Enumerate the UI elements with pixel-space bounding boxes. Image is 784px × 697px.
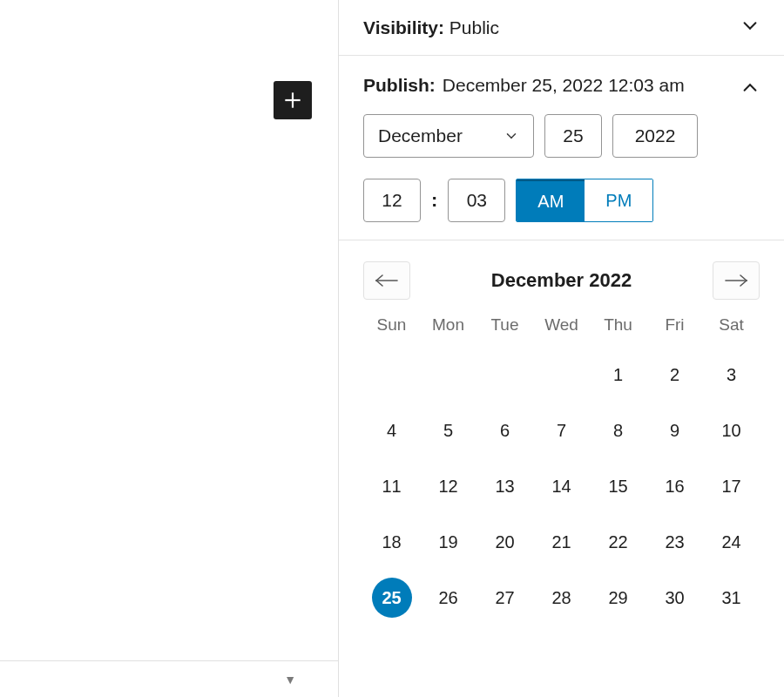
calendar-day[interactable]: 25 xyxy=(363,577,420,619)
calendar-day[interactable]: 9 xyxy=(646,409,703,451)
ampm-toggle: AM PM xyxy=(516,179,653,222)
svg-line-2 xyxy=(745,23,750,28)
publish-label: Publish: xyxy=(363,75,436,96)
visibility-value: Public xyxy=(449,17,499,37)
am-button[interactable]: AM xyxy=(517,179,585,221)
arrow-left-icon xyxy=(375,274,399,288)
calendar-day-empty xyxy=(363,354,420,396)
calendar-day-empty xyxy=(476,354,533,396)
calendar-day[interactable]: 31 xyxy=(703,577,760,619)
month-select[interactable]: December xyxy=(363,114,534,158)
calendar-nav: December 2022 xyxy=(363,261,760,300)
calendar-day[interactable]: 4 xyxy=(363,409,420,451)
editor-footer: ▼ xyxy=(0,660,338,697)
calendar-day[interactable]: 2 xyxy=(646,354,703,396)
plus-icon xyxy=(281,89,304,112)
calendar-day[interactable]: 26 xyxy=(420,577,476,619)
calendar-day[interactable]: 10 xyxy=(703,409,760,451)
calendar-day[interactable]: 20 xyxy=(476,521,533,563)
calendar-dow: Sun xyxy=(363,315,420,340)
publish-row[interactable]: Publish: December 25, 2022 12:03 am xyxy=(339,56,784,114)
publish-value: December 25, 2022 12:03 am xyxy=(443,73,685,98)
calendar-day[interactable]: 19 xyxy=(420,521,476,563)
chevron-down-icon xyxy=(740,16,760,39)
datetime-controls: December 25 2022 12 : 03 AM PM xyxy=(339,114,784,240)
calendar-day[interactable]: 6 xyxy=(476,409,533,451)
visibility-label-group: Visibility: Public xyxy=(363,17,499,38)
calendar-dow: Sat xyxy=(703,315,760,340)
calendar-day[interactable]: 12 xyxy=(420,465,476,507)
calendar-day[interactable]: 8 xyxy=(590,409,646,451)
calendar-day[interactable]: 1 xyxy=(590,354,646,396)
calendar-day[interactable]: 21 xyxy=(533,521,590,563)
calendar-day[interactable]: 24 xyxy=(703,521,760,563)
arrow-right-icon xyxy=(724,274,748,288)
chevron-up-icon xyxy=(740,73,760,102)
publish-label-group: Publish: December 25, 2022 12:03 am xyxy=(363,73,685,98)
svg-line-4 xyxy=(745,85,750,90)
svg-line-12 xyxy=(740,275,747,281)
calendar-day[interactable]: 16 xyxy=(646,465,703,507)
calendar-day[interactable]: 3 xyxy=(703,354,760,396)
month-select-value: December xyxy=(378,125,463,146)
visibility-row[interactable]: Visibility: Public xyxy=(339,0,784,56)
calendar-dow: Thu xyxy=(590,315,646,340)
calendar-dow: Wed xyxy=(533,315,590,340)
svg-line-7 xyxy=(511,134,516,139)
calendar-day-empty xyxy=(420,354,476,396)
svg-line-5 xyxy=(750,85,755,90)
calendar-dow: Tue xyxy=(476,315,533,340)
year-input[interactable]: 2022 xyxy=(612,114,698,158)
svg-line-13 xyxy=(740,281,747,286)
settings-sidebar: Visibility: Public Publish: December 25,… xyxy=(339,0,784,697)
calendar-title: December 2022 xyxy=(491,269,632,292)
prev-month-button[interactable] xyxy=(363,261,410,300)
visibility-label: Visibility: xyxy=(363,17,444,37)
calendar-day[interactable]: 28 xyxy=(533,577,590,619)
svg-line-10 xyxy=(376,281,382,286)
calendar-day[interactable]: 27 xyxy=(476,577,533,619)
pm-button[interactable]: PM xyxy=(585,179,652,221)
calendar-dow: Fri xyxy=(646,315,703,340)
calendar-day[interactable]: 17 xyxy=(703,465,760,507)
calendar-day[interactable]: 23 xyxy=(646,521,703,563)
caret-down-icon[interactable]: ▼ xyxy=(284,673,296,687)
calendar-day[interactable]: 30 xyxy=(646,577,703,619)
calendar-dow: Mon xyxy=(420,315,476,340)
next-month-button[interactable] xyxy=(713,261,760,300)
calendar-day[interactable]: 18 xyxy=(363,521,420,563)
svg-line-9 xyxy=(376,275,382,281)
app-root: ▼ Visibility: Public Publish: December 2… xyxy=(0,0,784,697)
calendar: December 2022 SunMonTueWedThuFriSat12345… xyxy=(339,240,784,619)
calendar-day[interactable]: 5 xyxy=(420,409,476,451)
calendar-day[interactable]: 14 xyxy=(533,465,590,507)
calendar-day[interactable]: 15 xyxy=(590,465,646,507)
calendar-grid: SunMonTueWedThuFriSat1234567891011121314… xyxy=(363,315,760,619)
calendar-day-empty xyxy=(533,354,590,396)
time-colon: : xyxy=(431,189,437,212)
calendar-day[interactable]: 7 xyxy=(533,409,590,451)
editor-canvas: ▼ xyxy=(0,0,339,697)
calendar-day[interactable]: 13 xyxy=(476,465,533,507)
chevron-down-icon xyxy=(504,128,519,144)
calendar-day[interactable]: 11 xyxy=(363,465,420,507)
hour-input[interactable]: 12 xyxy=(363,179,421,222)
day-input[interactable]: 25 xyxy=(544,114,602,158)
calendar-day[interactable]: 22 xyxy=(590,521,646,563)
svg-line-6 xyxy=(508,134,512,139)
svg-line-3 xyxy=(750,23,755,28)
calendar-day[interactable]: 29 xyxy=(590,577,646,619)
add-block-button[interactable] xyxy=(274,81,312,119)
minute-input[interactable]: 03 xyxy=(448,179,505,222)
